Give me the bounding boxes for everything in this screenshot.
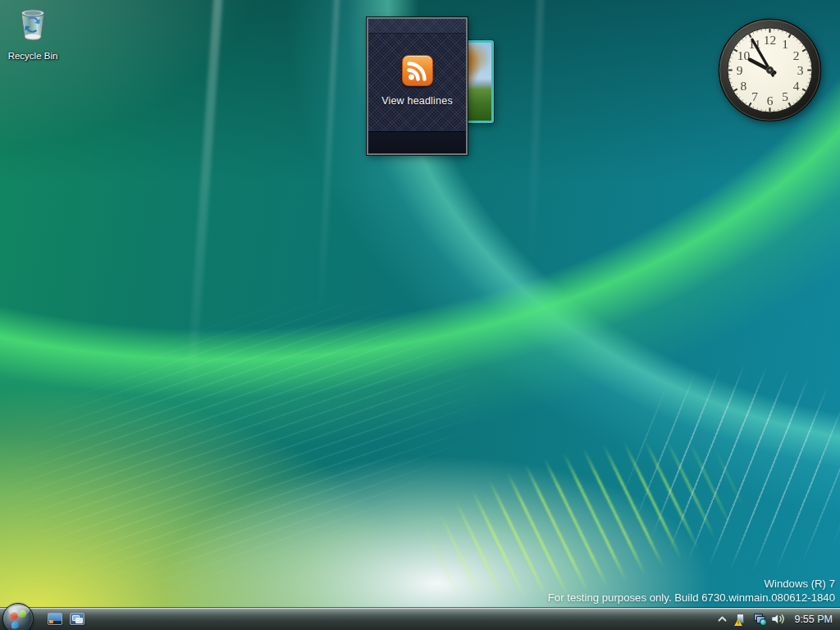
show-desktop-icon[interactable] (48, 613, 62, 625)
rss-feed-gadget[interactable]: View headlines (367, 17, 468, 155)
svg-text:5: 5 (782, 89, 788, 103)
wallpaper-line-fan (0, 171, 614, 608)
clock-gadget[interactable]: 121234567891011 (718, 18, 822, 122)
desktop: Recycle Bin View headlines (0, 0, 840, 608)
switch-windows-icon[interactable] (70, 613, 84, 625)
wallpaper-light-beam (183, 0, 223, 435)
svg-text:6: 6 (767, 94, 774, 107)
wallpaper-light-beam (526, 0, 544, 304)
device-warning-icon[interactable] (734, 613, 748, 626)
svg-text:7: 7 (751, 89, 758, 103)
wallpaper-cyan-streaks (574, 328, 840, 607)
watermark-line1: Windows (R) 7 (548, 577, 835, 591)
svg-text:2: 2 (793, 48, 800, 62)
windows-flag-icon (10, 609, 28, 630)
rss-gadget-footer (368, 131, 466, 153)
desktop-icon-recycle-bin[interactable]: Recycle Bin (3, 7, 62, 62)
taskbar-clock[interactable]: 9:55 PM (791, 614, 833, 625)
analog-clock-icon: 121234567891011 (718, 18, 822, 122)
svg-text:9: 9 (737, 63, 743, 77)
rss-gadget-label: View headlines (381, 95, 453, 107)
network-icon[interactable] (753, 613, 767, 626)
wallpaper-green-streaks (336, 374, 828, 608)
svg-text:12: 12 (764, 33, 777, 47)
svg-text:1: 1 (782, 37, 788, 51)
volume-icon[interactable] (772, 613, 786, 626)
tray-expand-chevron[interactable] (715, 613, 729, 626)
build-watermark: Windows (R) 7 For testing purposes only.… (548, 577, 835, 605)
recycle-bin-icon (14, 7, 52, 44)
start-button[interactable] (2, 603, 34, 630)
watermark-line2: For testing purposes only. Build 6730.wi… (548, 591, 835, 605)
svg-text:8: 8 (741, 79, 747, 93)
svg-text:3: 3 (797, 63, 804, 77)
svg-text:4: 4 (793, 79, 800, 93)
quick-launch-bar (48, 613, 84, 625)
wallpaper-light-beam (315, 0, 340, 353)
rss-icon (402, 55, 433, 86)
taskbar: 9:55 PM (0, 608, 840, 630)
system-tray: 9:55 PM (715, 608, 840, 630)
recycle-bin-label: Recycle Bin (8, 51, 58, 61)
